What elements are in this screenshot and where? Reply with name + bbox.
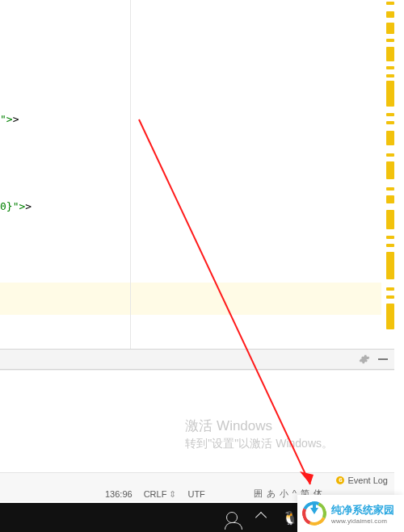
- site-watermark: 纯净系统家园 www.yidaimei.com: [297, 495, 404, 532]
- windows-activation-watermark: 激活 Windows 转到"设置"以激活 Windows。: [185, 417, 333, 451]
- ide-status-bar-upper: 6 Event Log: [0, 472, 394, 487]
- line-separator[interactable]: CRLF ⇕: [144, 489, 177, 500]
- panel-toolbar: [0, 349, 394, 370]
- watermark-subtitle: 转到"设置"以激活 Windows。: [185, 436, 333, 451]
- site-logo-icon: [302, 501, 326, 526]
- contacts-icon[interactable]: [220, 505, 244, 530]
- event-log-label: Event Log: [347, 475, 388, 485]
- site-name: 纯净系统家园: [331, 503, 394, 517]
- code-fragment: ">>: [0, 113, 19, 125]
- site-url: www.yidaimei.com: [331, 517, 394, 525]
- event-log-button[interactable]: 6 Event Log: [336, 475, 388, 485]
- minimize-icon[interactable]: [378, 358, 388, 360]
- file-encoding[interactable]: UTF: [187, 489, 204, 499]
- highlighted-line: [0, 283, 381, 315]
- event-count-badge: 6: [336, 476, 344, 484]
- watermark-title: 激活 Windows: [185, 417, 333, 436]
- gear-icon[interactable]: [359, 354, 370, 365]
- marker-stripe[interactable]: [385, 0, 394, 354]
- caret-position[interactable]: 136:96: [105, 489, 133, 499]
- code-fragment: 0}">>: [0, 200, 32, 212]
- tray-chevron-icon[interactable]: [249, 505, 273, 530]
